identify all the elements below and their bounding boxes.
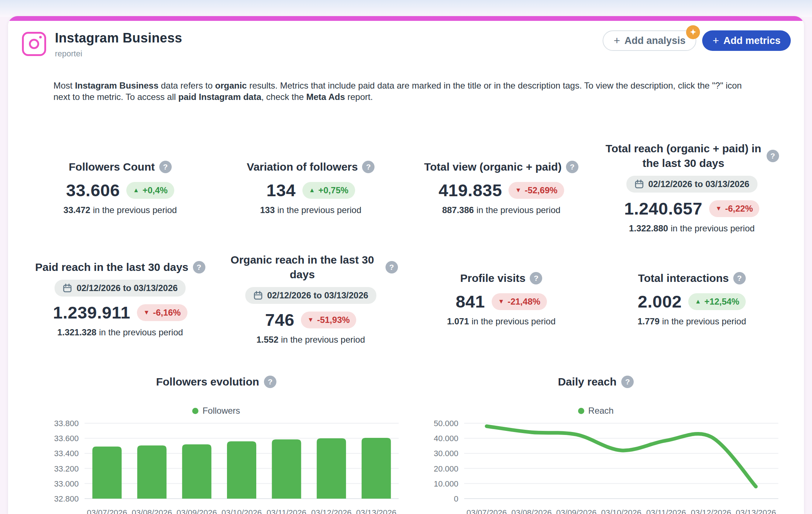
header-actions: + Add analysis ✦ + Add metrics: [603, 30, 794, 51]
page-subtitle: reportei: [55, 49, 603, 59]
metric-value: 33.606: [66, 180, 120, 200]
chart-legend: Followers: [192, 406, 240, 416]
page-title: Instagram Business: [55, 30, 603, 46]
previous-period: 887.386in the previous period: [442, 205, 560, 215]
metric-value: 1.240.657: [624, 198, 703, 219]
metric-title: Organic reach in the last 30 days: [224, 253, 381, 282]
svg-text:33.800: 33.800: [54, 419, 78, 428]
delta-value: -52,69%: [525, 185, 557, 195]
previous-period: 1.779in the previous period: [637, 316, 746, 327]
metric-title: Variation of followers: [247, 160, 358, 174]
help-icon[interactable]: ?: [385, 261, 398, 273]
calendar-icon: [63, 283, 72, 293]
date-range-pill: 02/12/2026 to 03/13/2026: [55, 280, 186, 297]
card-accent-bar: [8, 16, 804, 21]
legend-dot-icon: [192, 408, 198, 414]
metric-value: 1.239.911: [53, 302, 130, 323]
svg-text:33.600: 33.600: [54, 434, 78, 443]
legend-label: Followers: [202, 406, 240, 416]
plus-icon: +: [614, 35, 620, 46]
metric-card-variation-of-followers: Variation of followers ? 134 ▲ +0,75% 13…: [216, 160, 406, 215]
svg-text:03/10/2026: 03/10/2026: [601, 508, 641, 514]
delta-value: -6,16%: [153, 308, 181, 318]
delta-value: -21,48%: [507, 297, 540, 307]
svg-text:33.400: 33.400: [54, 449, 78, 458]
delta-value: +12,54%: [704, 297, 739, 307]
metric-value: 2.002: [638, 291, 682, 312]
metric-card-total-interactions: Total interactions ? 2.002 ▲ +12,54% 1.7…: [597, 271, 787, 327]
page-top-gradient: [0, 0, 812, 17]
date-range-label: 02/12/2026 to 03/13/2026: [648, 179, 749, 189]
delta-value: +0,75%: [319, 185, 349, 195]
metrics-grid: Followers Count ? 33.606 ▲ +0,4% 33.472i…: [25, 141, 787, 345]
previous-period: 1.552in the previous period: [256, 335, 365, 345]
help-icon[interactable]: ?: [530, 272, 542, 284]
svg-text:03/09/2026: 03/09/2026: [556, 508, 596, 514]
previous-period: 1.071in the previous period: [447, 316, 556, 327]
help-icon[interactable]: ?: [733, 272, 746, 284]
trend-down-icon: ▼: [716, 205, 722, 212]
svg-text:03/12/2026: 03/12/2026: [311, 508, 351, 514]
legend-label: Reach: [588, 406, 614, 416]
trend-down-icon: ▼: [308, 317, 314, 323]
delta-badge: ▲ +0,75%: [302, 182, 355, 199]
trend-up-icon: ▲: [695, 298, 701, 305]
legend-dot-icon: [578, 408, 584, 414]
date-range-pill: 02/12/2026 to 03/13/2026: [245, 287, 376, 304]
daily-reach-line-chart: 010.00020.00030.00040.00050.00003/07/202…: [409, 418, 783, 514]
plus-icon: +: [712, 35, 719, 46]
help-icon[interactable]: ?: [767, 150, 779, 162]
delta-badge: ▼ -6,22%: [709, 200, 760, 217]
svg-text:03/10/2026: 03/10/2026: [221, 508, 261, 514]
charts-section: Followers evolution ? Followers 32.80033…: [26, 376, 786, 514]
header-text: Instagram Business reportei: [55, 30, 603, 59]
delta-badge: ▼ -52,69%: [509, 182, 564, 199]
metric-title: Total interactions: [638, 271, 729, 286]
metric-card-total-reach: Total reach (organic + paid) in the last…: [597, 141, 787, 234]
help-icon[interactable]: ?: [362, 161, 375, 173]
organic-data-notice: Most Instagram Business data refers to o…: [53, 80, 753, 103]
delta-badge: ▼ -51,93%: [301, 312, 356, 328]
svg-text:33.000: 33.000: [54, 479, 78, 488]
metric-card-paid-reach: Paid reach in the last 30 days ? 02/12/2…: [25, 260, 216, 338]
svg-text:03/13/2026: 03/13/2026: [356, 508, 396, 514]
add-metrics-label: Add metrics: [723, 35, 781, 46]
metric-title: Paid reach in the last 30 days: [35, 260, 189, 275]
metric-card-total-view: Total view (organic + paid) ? 419.835 ▼ …: [406, 160, 597, 215]
svg-text:50.000: 50.000: [433, 419, 458, 428]
report-header: Instagram Business reportei + Add analys…: [8, 21, 804, 59]
delta-badge: ▼ -6,16%: [137, 304, 187, 321]
chart-title: Daily reach: [558, 376, 617, 388]
metric-value: 841: [456, 291, 485, 312]
calendar-icon: [634, 179, 644, 189]
svg-text:0: 0: [454, 494, 458, 503]
delta-badge: ▼ -21,48%: [492, 293, 547, 310]
followers-evolution-chart: Followers evolution ? Followers 32.80033…: [26, 376, 406, 514]
help-icon[interactable]: ?: [566, 161, 578, 173]
metric-title: Followers Count: [69, 160, 155, 174]
add-analysis-button[interactable]: + Add analysis ✦: [603, 30, 696, 51]
trend-down-icon: ▼: [515, 187, 521, 193]
svg-text:03/11/2026: 03/11/2026: [267, 508, 306, 514]
metric-value: 419.835: [439, 180, 502, 200]
sparkle-icon: ✦: [686, 25, 700, 39]
previous-period: 33.472in the previous period: [63, 205, 177, 215]
help-icon[interactable]: ?: [621, 376, 634, 388]
date-range-pill: 02/12/2026 to 03/13/2026: [626, 176, 757, 193]
metric-title: Total view (organic + paid): [424, 160, 562, 174]
metric-card-organic-reach: Organic reach in the last 30 days ? 02/1…: [216, 253, 406, 345]
delta-value: +0,4%: [142, 185, 168, 195]
svg-text:03/09/2026: 03/09/2026: [176, 508, 217, 514]
svg-text:03/07/2026: 03/07/2026: [87, 508, 127, 514]
help-icon[interactable]: ?: [264, 376, 276, 388]
help-icon[interactable]: ?: [159, 161, 172, 173]
trend-up-icon: ▲: [133, 187, 139, 193]
add-analysis-label: Add analysis: [625, 35, 686, 46]
svg-text:33.200: 33.200: [54, 464, 78, 473]
metric-card-followers-count: Followers Count ? 33.606 ▲ +0,4% 33.472i…: [25, 160, 216, 215]
add-metrics-button[interactable]: + Add metrics: [702, 30, 791, 51]
trend-down-icon: ▼: [498, 298, 504, 305]
date-range-label: 02/12/2026 to 03/13/2026: [77, 283, 178, 293]
metric-value: 746: [265, 310, 294, 330]
help-icon[interactable]: ?: [193, 261, 205, 273]
